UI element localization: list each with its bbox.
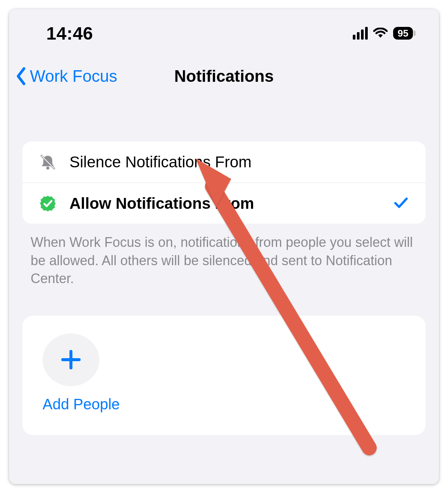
option-allow-label: Allow Notifications From [69, 195, 254, 213]
add-people-button[interactable] [43, 334, 99, 386]
svg-point-0 [46, 167, 49, 170]
screenshot-frame: 14:46 95 Work Focus Notific [9, 9, 439, 484]
wifi-icon [373, 28, 388, 39]
cellular-icon [353, 27, 368, 40]
option-silence-label: Silence Notifications From [69, 153, 252, 171]
status-time: 14:46 [46, 23, 93, 44]
group-footer-note: When Work Focus is on, notifications fro… [31, 233, 417, 288]
navigation-bar: Work Focus Notifications [9, 58, 439, 95]
plus-icon [59, 348, 83, 372]
bell-slash-icon [38, 153, 57, 171]
back-button[interactable]: Work Focus [16, 67, 117, 86]
checkmark-seal-icon [38, 195, 57, 213]
back-label: Work Focus [30, 67, 117, 86]
people-card: Add People [22, 316, 426, 435]
option-silence-notifications[interactable]: Silence Notifications From [22, 142, 426, 183]
chevron-left-icon [16, 67, 27, 85]
option-allow-notifications[interactable]: Allow Notifications From [22, 183, 426, 224]
add-people-label[interactable]: Add People [43, 396, 120, 413]
checkmark-icon [393, 195, 409, 213]
status-right-cluster: 95 [353, 27, 413, 40]
battery-level: 95 [398, 28, 408, 38]
notification-mode-group: Silence Notifications From Allow Notific… [22, 142, 426, 224]
battery-pill: 95 [393, 27, 413, 40]
status-bar: 14:46 95 [9, 9, 439, 58]
